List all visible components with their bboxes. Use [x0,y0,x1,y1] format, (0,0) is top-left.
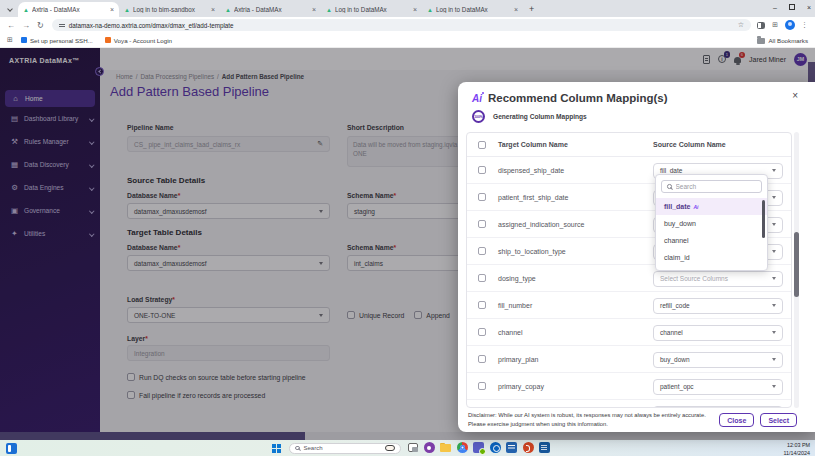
dropdown-caret-icon [772,277,776,280]
close-button[interactable]: Close [719,413,754,427]
powerpoint-icon[interactable] [523,442,534,453]
onenote-icon[interactable] [539,442,550,453]
row-checkbox[interactable] [478,355,486,363]
table-row: channel channel [467,319,791,346]
modal-title: Recommend Column Mapping(s) [488,92,668,104]
tab-close-icon[interactable]: × [211,6,215,13]
dropdown-option[interactable]: channel [656,232,767,249]
file-explorer-icon[interactable] [440,442,451,453]
modal-scrollbar[interactable] [794,132,799,408]
back-button[interactable]: ← [7,21,15,30]
select-button[interactable]: Select [760,413,797,427]
row-checkbox[interactable] [478,328,486,336]
side-panel-icon[interactable] [757,22,765,29]
table-row-partial [467,400,791,408]
target-column-name: fill_number [498,302,532,309]
browser-tab[interactable]: ▲ Log in to DataMAx × [321,2,422,17]
address-bar[interactable]: datamax-na-demo.axtria.com/dmax/dmax_etl… [52,19,751,31]
source-column-value: channel [660,329,683,336]
row-checkbox[interactable] [478,166,486,174]
browser-profile-avatar[interactable] [785,20,795,30]
browser-tab[interactable]: ▲ Log in to bim-sandbox × [119,2,220,17]
new-tab-button[interactable]: + [529,4,534,14]
word-icon[interactable] [506,442,517,453]
source-column-select[interactable]: patient_opc [653,379,783,395]
row-checkbox[interactable] [478,247,486,255]
progress-label: Generating Column Mappings [493,113,587,120]
all-bookmarks-button[interactable]: All Bookmarks [757,37,808,44]
pinned-app-icon[interactable] [6,443,17,454]
browser-tab[interactable]: ▲ Axtria - DataMAx × [18,2,119,17]
table-row: primary_copay patient_opc [467,373,791,400]
dropdown-caret-icon [772,385,776,388]
taskbar-search-label: Search [304,445,323,451]
maximize-button[interactable] [789,4,795,10]
browser-tab[interactable]: ▲ Axtria - DataMAx × [220,2,321,17]
windows-start-button[interactable] [272,444,281,453]
select-all-checkbox[interactable] [478,141,486,149]
minimize-button[interactable]: – [773,4,777,11]
bookmark-item[interactable]: Set up personal SSH... [21,37,93,44]
tab-close-icon[interactable]: × [110,6,114,13]
row-checkbox[interactable] [478,274,486,282]
tab-close-icon[interactable]: × [312,6,316,13]
tab-search-button[interactable] [4,3,16,15]
target-column-name: assigned_indication_source [498,221,584,228]
progress-ring: 100% [472,110,485,123]
tab-title: Log in to bim-sandbox [133,6,208,13]
bookmark-favicon [105,37,111,43]
row-checkbox[interactable] [478,220,486,228]
site-favicon: ▲ [326,7,332,13]
search-icon [667,184,672,189]
modal-close-icon[interactable]: × [792,90,798,101]
modal-scrollbar-thumb[interactable] [794,232,799,297]
dropdown-caret-icon [772,358,776,361]
snipping-tool-icon[interactable] [424,442,435,453]
refresh-button[interactable]: ↻ [37,21,44,30]
ai-suggested-icon: Ai [693,204,698,210]
row-checkbox[interactable] [478,193,486,201]
site-settings-icon[interactable] [59,24,65,27]
source-column-select[interactable]: refill_code [653,298,783,314]
task-view-icon[interactable] [408,443,418,452]
taskbar-clock[interactable]: 12:03 PM 11/14/2024 [783,442,810,456]
dropdown-option[interactable]: fill_date Ai [656,198,767,215]
browser-menu-icon[interactable]: ⋮ [801,21,808,29]
dropdown-search[interactable] [661,180,762,193]
bookmark-star-icon[interactable]: ☆ [738,21,744,29]
row-checkbox[interactable] [478,301,486,309]
window-controls: – × [773,1,811,13]
search-highlight-icon [385,445,395,451]
source-column-select[interactable]: buy_down [653,352,783,368]
dropdown-scrollbar-thumb[interactable] [762,200,765,238]
browser-tab[interactable]: ▲ Log in to DataMAx × [422,2,523,17]
window-close-button[interactable]: × [807,4,811,11]
dropdown-caret-icon [772,331,776,334]
dropdown-caret-icon [772,304,776,307]
extensions-icon[interactable]: ⊞ [772,21,778,29]
dropdown-search-input[interactable] [676,183,756,190]
forward-button[interactable]: → [22,21,30,30]
dropdown-option[interactable]: buy_down [656,215,767,232]
tab-close-icon[interactable]: × [514,6,518,13]
dropdown-caret-icon [772,223,776,226]
dropdown-caret-icon [772,196,776,199]
row-checkbox[interactable] [478,382,486,390]
target-column-name: dosing_type [498,275,536,282]
bookmark-item[interactable]: Voya - Account Login [105,37,172,44]
source-column-select[interactable]: channel [653,325,783,341]
site-favicon: ▲ [225,7,231,13]
progress-row: 100% Generating Column Mappings [458,104,815,123]
taskbar-search[interactable]: Search [289,443,401,454]
bookmarks-bar: ⊞ Set up personal SSH... Voya - Account … [0,33,815,48]
tab-close-icon[interactable]: × [413,6,417,13]
chrome-icon[interactable] [457,442,468,453]
dropdown-option[interactable]: claim_id [656,249,767,266]
target-column-name: primary_plan [498,356,538,363]
source-column-select[interactable]: Select Source Columns [653,271,783,287]
outlook-icon[interactable] [490,442,501,453]
bookmark-favicon [21,37,27,43]
apps-grid-icon[interactable]: ⊞ [7,36,13,44]
source-column-value: refill_code [660,302,690,309]
teams-icon[interactable] [473,442,484,453]
